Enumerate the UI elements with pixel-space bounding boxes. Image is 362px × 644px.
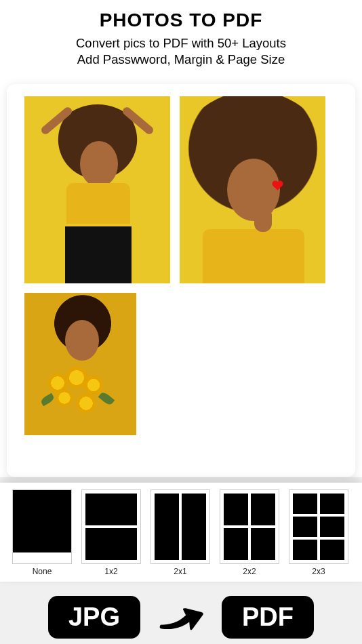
from-format-badge: JPG bbox=[48, 596, 140, 639]
layout-preview-2x2 bbox=[220, 489, 279, 564]
arrow-right-icon bbox=[157, 600, 205, 635]
page-subtitle: Convert pics to PDF with 50+ Layouts Add… bbox=[14, 35, 348, 68]
layout-preview-none bbox=[12, 489, 72, 564]
layout-option-2x2[interactable]: 2x2 bbox=[220, 489, 279, 576]
layout-option-1x2[interactable]: 1x2 bbox=[81, 489, 141, 576]
layout-option-2x1[interactable]: 2x1 bbox=[150, 489, 210, 576]
layout-option-none[interactable]: None bbox=[12, 489, 72, 576]
photo-3[interactable] bbox=[24, 293, 136, 435]
layout-preview-2x3 bbox=[289, 489, 348, 564]
to-format-badge: PDF bbox=[222, 596, 314, 639]
layout-option-2x3[interactable]: 2x3 bbox=[289, 489, 348, 576]
header: PHOTOS TO PDF Convert pics to PDF with 5… bbox=[0, 0, 362, 79]
layout-label: 2x2 bbox=[220, 564, 279, 576]
photo-2[interactable] bbox=[180, 96, 325, 283]
pdf-page-preview[interactable] bbox=[7, 84, 355, 477]
conversion-footer: JPG PDF bbox=[0, 592, 362, 639]
layout-selector: None 1x2 2x1 2x2 2x3 bbox=[0, 483, 362, 582]
layout-label: 1x2 bbox=[81, 564, 141, 576]
layout-preview-1x2 bbox=[81, 489, 141, 564]
layout-label: 2x3 bbox=[289, 564, 348, 576]
layout-label: 2x1 bbox=[150, 564, 210, 576]
photo-grid bbox=[24, 96, 338, 435]
layout-label: None bbox=[12, 564, 72, 576]
layout-preview-2x1 bbox=[150, 489, 210, 564]
page-title: PHOTOS TO PDF bbox=[14, 9, 348, 31]
canvas-container bbox=[0, 79, 362, 477]
photo-1[interactable] bbox=[24, 96, 170, 283]
